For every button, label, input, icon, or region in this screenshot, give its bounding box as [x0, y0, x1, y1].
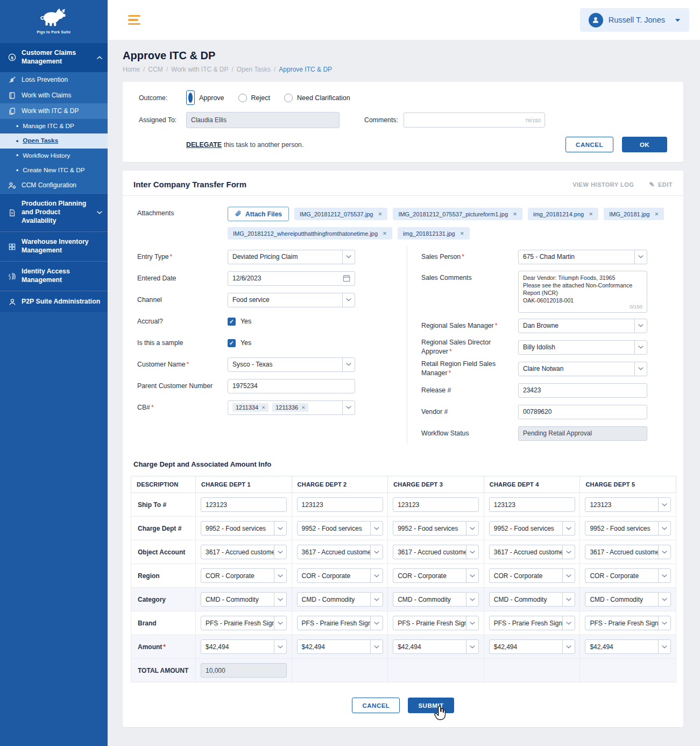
ok-button[interactable]: OK — [622, 137, 667, 152]
charge-dept-col3-select[interactable]: 9952 - Food services — [393, 521, 479, 536]
region-col1-select[interactable]: COR - Corporate — [201, 568, 287, 583]
sales-comments-textarea[interactable]: Dear Vendor: Triumph Foods, 31965 Please… — [518, 271, 647, 313]
customer-name-select[interactable]: Sysco - Texas — [228, 357, 355, 372]
regional-sales-manager-select[interactable]: Dan Browne — [518, 319, 647, 333]
radio-reject[interactable]: Reject — [238, 94, 270, 102]
checkbox-checked-icon[interactable]: ✓ — [228, 339, 236, 347]
vendor-input[interactable] — [518, 405, 647, 419]
sidebar-item-p2p-suite-administration[interactable]: P2P Suite Administration — [0, 291, 108, 312]
object-account-col5-select[interactable]: 3617 - Accrued customer — [585, 545, 671, 559]
breadcrumb-ccm[interactable]: CCM — [148, 66, 162, 73]
ship-to-col2-input[interactable] — [297, 497, 383, 512]
ship-to-col3-input[interactable] — [393, 497, 479, 512]
sidebar-item-warehouse-inventory-management[interactable]: Warehouse Inventory Management — [0, 231, 108, 261]
ship-to-col4-input[interactable] — [489, 497, 575, 512]
sidebar-item-work-with-claims[interactable]: Work with Claims — [0, 88, 108, 103]
cancel-button[interactable]: CANCEL — [352, 698, 400, 713]
region-col3-select[interactable]: COR - Corporate — [393, 568, 479, 583]
radio-need-clarification[interactable]: Need Clarification — [284, 94, 350, 102]
remove-attachment-icon[interactable]: ✕ — [378, 211, 382, 217]
sidebar-item-open-tasks[interactable]: •Open Tasks — [0, 133, 108, 148]
remove-option-icon[interactable]: ✕ — [261, 405, 265, 410]
checkbox-checked-icon[interactable]: ✓ — [228, 318, 236, 326]
breadcrumb-home[interactable]: Home — [123, 66, 140, 73]
charge-dept-col1-select[interactable]: 9952 - Food services — [201, 521, 287, 536]
attachment-chip[interactable]: img_201812131.jpg✕ — [398, 227, 470, 240]
category-col2-select[interactable]: CMD - Commodity — [297, 592, 383, 607]
brand-col2-select[interactable]: PFS - Prairie Fresh Signat — [297, 616, 383, 630]
attachment-chip[interactable]: IMG_20181212_075537_pictureform1.jpg✕ — [393, 208, 522, 220]
regional-sales-director-approver-select[interactable]: Billy Idolish — [518, 340, 647, 355]
object-account-col2-select[interactable]: 3617 - Accrued customer — [297, 545, 383, 559]
breadcrumb-open-tasks[interactable]: Open Tasks — [237, 66, 271, 73]
brand-col4-select[interactable]: PFS - Prarie Fresh Signatu — [489, 616, 575, 630]
category-col5-select[interactable]: CMD - Commodity — [585, 592, 671, 607]
charge-dept-col4-select[interactable]: 9952 - Food services — [489, 521, 575, 536]
app-logo[interactable]: Pigs to Pork Suite — [0, 0, 108, 41]
comments-input[interactable] — [404, 112, 545, 128]
sales-person-select[interactable]: 675 - Chad Martin — [518, 250, 647, 264]
attachment-chip[interactable]: img_20181214.png✕ — [528, 208, 598, 220]
entered-date-input[interactable]: 12/6/2023 — [228, 271, 355, 286]
channel-select[interactable]: Food service — [228, 293, 355, 307]
menu-toggle-button[interactable] — [126, 13, 143, 27]
is-this-a-sample-checkbox[interactable]: ✓Yes — [228, 339, 355, 347]
delegate-link[interactable]: DELEGATE — [186, 141, 222, 149]
brand-col1-select[interactable]: PFS - Prairie Fresh Signat — [201, 616, 287, 630]
retail-region-field-sales-manager-select[interactable]: Claire Notwan — [518, 362, 647, 376]
amount-col5-select[interactable]: $42,494 — [585, 639, 671, 654]
view-history-log-button[interactable]: VIEW HISTORY LOG — [572, 181, 634, 188]
entry-type-select[interactable]: Deviated Pricing Claim — [228, 250, 355, 264]
sidebar-item-workflow-history[interactable]: •Workflow History — [0, 149, 108, 163]
sidebar-item-loss-prevention[interactable]: $Loss Prevention — [0, 72, 108, 88]
sidebar-item-create-new-itc-dp[interactable]: •Create New ITC & DP — [0, 163, 108, 178]
charge-dept-col2-select[interactable]: 9952 - Food services — [297, 521, 383, 536]
sidebar-item-identity-access-management[interactable]: Identity Access Management — [0, 261, 108, 291]
amount-col3-select[interactable]: $42,494 — [393, 639, 479, 654]
object-account-col4-select[interactable]: 3617 - Accrued customer — [489, 545, 575, 559]
remove-attachment-icon[interactable]: ✕ — [383, 230, 387, 236]
release-input[interactable] — [518, 383, 647, 398]
cb-multiselect[interactable]: 1211334✕1211336✕ — [228, 400, 355, 415]
cancel-button[interactable]: CANCEL — [565, 137, 613, 152]
accrual-checkbox[interactable]: ✓Yes — [228, 318, 355, 326]
breadcrumb-work-with-itc-dp[interactable]: Work with ITC & DP — [171, 66, 228, 73]
brand-col5-select[interactable]: PFS - Prarie Fresh Signatu — [585, 616, 671, 630]
ship-to-col5-select[interactable]: 123123 — [585, 497, 671, 512]
attachment-chip[interactable]: IMG_20181.jpg✕ — [604, 208, 664, 220]
amount-col1-select[interactable]: $42,494 — [201, 639, 287, 654]
sidebar-item-work-with-itc-dp[interactable]: Work with ITC & DP — [0, 103, 108, 119]
region-col5-select[interactable]: COR - Corporate — [585, 568, 671, 583]
object-account-col3-select[interactable]: 3617 - Accrued customer — [393, 545, 479, 559]
selected-option-chip[interactable]: 1211336✕ — [272, 403, 308, 412]
user-menu[interactable]: Russell T. Jones — [580, 8, 689, 32]
category-col3-select[interactable]: CMD - Commodity — [393, 592, 479, 607]
parent-customer-number-input[interactable] — [228, 379, 355, 393]
sidebar-item-ccm-configuration[interactable]: CCM Configuration — [0, 178, 108, 193]
sidebar-item-manage-itc-dp[interactable]: •Manage ITC & DP — [0, 119, 108, 133]
ship-to-col1-input[interactable] — [201, 497, 287, 512]
amount-col4-select[interactable]: $42,494 — [489, 639, 575, 654]
remove-attachment-icon[interactable]: ✕ — [589, 211, 593, 217]
category-col4-select[interactable]: CMD - Commodity — [489, 592, 575, 607]
attach-files-button[interactable]: Attach Files — [228, 207, 289, 221]
selected-option-chip[interactable]: 1211334✕ — [232, 403, 268, 412]
radio-approve[interactable]: Approve — [186, 90, 224, 105]
charge-dept-col5-select[interactable]: 9952 - Food services — [585, 521, 671, 536]
submit-button[interactable]: SUBMIT — [408, 698, 454, 713]
remove-option-icon[interactable]: ✕ — [301, 405, 305, 410]
sidebar-item-production-planning-and-product-availability[interactable]: Production Planning and Product Availabi… — [0, 193, 108, 231]
sidebar-item-customer-claims-management[interactable]: $Customer Claims Management — [0, 43, 108, 72]
edit-button[interactable]: ✎EDIT — [649, 181, 673, 188]
remove-attachment-icon[interactable]: ✕ — [513, 211, 517, 217]
remove-attachment-icon[interactable]: ✕ — [654, 211, 659, 217]
attachment-chip[interactable]: IMG_20181212_whereiputthatthingfromthato… — [228, 227, 392, 240]
remove-attachment-icon[interactable]: ✕ — [460, 230, 464, 236]
amount-col2-select[interactable]: $42,494 — [297, 639, 383, 654]
category-col1-select[interactable]: CMD - Commodity — [201, 592, 287, 607]
region-col4-select[interactable]: COR - Corporate — [489, 568, 575, 583]
attachment-chip[interactable]: IMG_20181212_075537.jpg✕ — [294, 208, 387, 220]
region-col2-select[interactable]: COR - Corporate — [297, 568, 383, 583]
object-account-col1-select[interactable]: 3617 - Accrued customer — [201, 545, 287, 559]
brand-col3-select[interactable]: PFS - Prairie Fresh Signat — [393, 616, 479, 630]
